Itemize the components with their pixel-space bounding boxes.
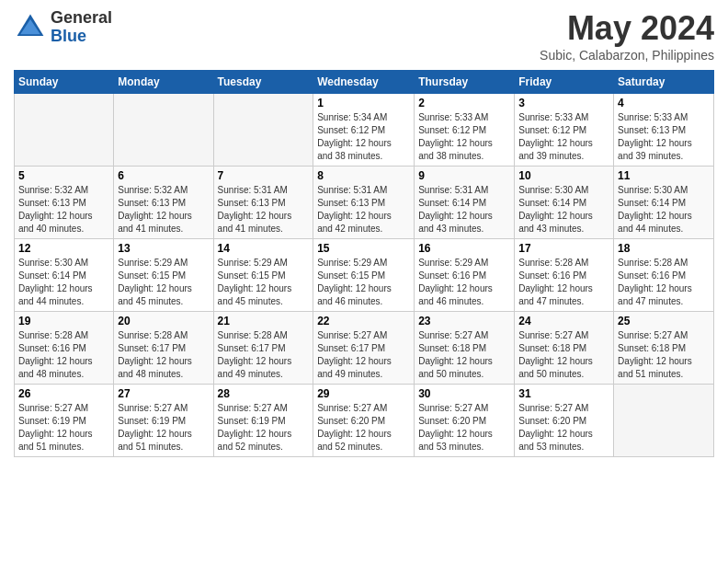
day-number: 14 xyxy=(218,242,310,255)
day-number: 8 xyxy=(317,169,410,182)
calendar-week-2: 5Sunrise: 5:32 AM Sunset: 6:13 PM Daylig… xyxy=(15,167,714,239)
calendar-cell: 7Sunrise: 5:31 AM Sunset: 6:13 PM Daylig… xyxy=(213,167,313,239)
day-info: Sunrise: 5:29 AM Sunset: 6:16 PM Dayligh… xyxy=(418,257,510,308)
day-number: 31 xyxy=(518,387,609,400)
calendar-cell: 14Sunrise: 5:29 AM Sunset: 6:15 PM Dayli… xyxy=(213,239,313,312)
day-info: Sunrise: 5:32 AM Sunset: 6:13 PM Dayligh… xyxy=(18,184,109,236)
day-info: Sunrise: 5:28 AM Sunset: 6:16 PM Dayligh… xyxy=(18,329,109,381)
day-number: 30 xyxy=(418,387,510,400)
day-number: 27 xyxy=(118,387,209,400)
day-number: 1 xyxy=(317,97,410,109)
day-number: 29 xyxy=(317,387,410,400)
day-number: 16 xyxy=(418,242,510,255)
day-number: 28 xyxy=(218,387,310,400)
calendar-week-4: 19Sunrise: 5:28 AM Sunset: 6:16 PM Dayli… xyxy=(15,312,714,385)
day-number: 15 xyxy=(317,242,410,255)
day-info: Sunrise: 5:30 AM Sunset: 6:14 PM Dayligh… xyxy=(618,184,710,236)
calendar-cell: 24Sunrise: 5:27 AM Sunset: 6:18 PM Dayli… xyxy=(515,312,614,385)
calendar-cell: 15Sunrise: 5:29 AM Sunset: 6:15 PM Dayli… xyxy=(313,239,415,312)
calendar-header-row: SundayMondayTuesdayWednesdayThursdayFrid… xyxy=(15,71,714,94)
calendar-table: SundayMondayTuesdayWednesdayThursdayFrid… xyxy=(14,70,714,457)
calendar-cell xyxy=(614,385,714,457)
calendar-cell: 30Sunrise: 5:27 AM Sunset: 6:20 PM Dayli… xyxy=(415,385,515,457)
weekday-header-tuesday: Tuesday xyxy=(213,71,313,94)
month-title: May 2024 xyxy=(540,9,714,48)
weekday-header-thursday: Thursday xyxy=(415,71,515,94)
day-number: 3 xyxy=(518,97,609,109)
weekday-header-saturday: Saturday xyxy=(614,71,714,94)
day-number: 6 xyxy=(118,169,209,182)
day-info: Sunrise: 5:27 AM Sunset: 6:19 PM Dayligh… xyxy=(218,402,310,454)
calendar-cell: 21Sunrise: 5:28 AM Sunset: 6:17 PM Dayli… xyxy=(213,312,313,385)
day-info: Sunrise: 5:32 AM Sunset: 6:13 PM Dayligh… xyxy=(118,184,209,236)
calendar-cell: 2Sunrise: 5:33 AM Sunset: 6:12 PM Daylig… xyxy=(415,94,515,167)
calendar-cell: 3Sunrise: 5:33 AM Sunset: 6:12 PM Daylig… xyxy=(515,94,614,167)
day-number: 25 xyxy=(618,315,710,327)
logo-icon xyxy=(14,11,47,44)
calendar-cell: 12Sunrise: 5:30 AM Sunset: 6:14 PM Dayli… xyxy=(15,239,114,312)
location-subtitle: Subic, Calabarzon, Philippines xyxy=(540,48,714,63)
day-number: 26 xyxy=(18,387,109,400)
weekday-header-monday: Monday xyxy=(114,71,213,94)
day-number: 19 xyxy=(18,315,109,327)
day-number: 4 xyxy=(618,97,710,109)
calendar-cell: 6Sunrise: 5:32 AM Sunset: 6:13 PM Daylig… xyxy=(114,167,213,239)
day-number: 7 xyxy=(218,169,310,182)
day-info: Sunrise: 5:27 AM Sunset: 6:20 PM Dayligh… xyxy=(518,402,609,454)
calendar-cell: 27Sunrise: 5:27 AM Sunset: 6:19 PM Dayli… xyxy=(114,385,213,457)
calendar-cell xyxy=(114,94,213,167)
day-number: 11 xyxy=(618,169,710,182)
day-info: Sunrise: 5:27 AM Sunset: 6:18 PM Dayligh… xyxy=(518,329,609,381)
day-number: 24 xyxy=(518,315,609,327)
day-info: Sunrise: 5:33 AM Sunset: 6:12 PM Dayligh… xyxy=(418,111,510,163)
day-info: Sunrise: 5:27 AM Sunset: 6:18 PM Dayligh… xyxy=(618,329,710,381)
weekday-header-sunday: Sunday xyxy=(15,71,114,94)
calendar-cell: 25Sunrise: 5:27 AM Sunset: 6:18 PM Dayli… xyxy=(614,312,714,385)
logo: General Blue xyxy=(14,9,112,46)
calendar-cell: 29Sunrise: 5:27 AM Sunset: 6:20 PM Dayli… xyxy=(313,385,415,457)
weekday-header-friday: Friday xyxy=(515,71,614,94)
day-info: Sunrise: 5:29 AM Sunset: 6:15 PM Dayligh… xyxy=(218,257,310,308)
logo-blue: Blue xyxy=(51,28,112,46)
day-number: 18 xyxy=(618,242,710,255)
weekday-header-wednesday: Wednesday xyxy=(313,71,415,94)
day-info: Sunrise: 5:28 AM Sunset: 6:17 PM Dayligh… xyxy=(118,329,209,381)
day-info: Sunrise: 5:29 AM Sunset: 6:15 PM Dayligh… xyxy=(317,257,410,308)
day-number: 5 xyxy=(18,169,109,182)
calendar-cell: 18Sunrise: 5:28 AM Sunset: 6:16 PM Dayli… xyxy=(614,239,714,312)
logo-text: General Blue xyxy=(51,9,112,46)
day-number: 10 xyxy=(518,169,609,182)
day-number: 13 xyxy=(118,242,209,255)
day-info: Sunrise: 5:28 AM Sunset: 6:16 PM Dayligh… xyxy=(618,257,710,308)
calendar-cell: 31Sunrise: 5:27 AM Sunset: 6:20 PM Dayli… xyxy=(515,385,614,457)
day-info: Sunrise: 5:33 AM Sunset: 6:13 PM Dayligh… xyxy=(618,111,710,163)
day-info: Sunrise: 5:27 AM Sunset: 6:19 PM Dayligh… xyxy=(18,402,109,454)
calendar-week-3: 12Sunrise: 5:30 AM Sunset: 6:14 PM Dayli… xyxy=(15,239,714,312)
day-info: Sunrise: 5:27 AM Sunset: 6:20 PM Dayligh… xyxy=(317,402,410,454)
day-number: 20 xyxy=(118,315,209,327)
day-number: 2 xyxy=(418,97,510,109)
day-number: 22 xyxy=(317,315,410,327)
calendar-cell: 10Sunrise: 5:30 AM Sunset: 6:14 PM Dayli… xyxy=(515,167,614,239)
calendar-cell: 11Sunrise: 5:30 AM Sunset: 6:14 PM Dayli… xyxy=(614,167,714,239)
calendar-cell: 17Sunrise: 5:28 AM Sunset: 6:16 PM Dayli… xyxy=(515,239,614,312)
day-info: Sunrise: 5:29 AM Sunset: 6:15 PM Dayligh… xyxy=(118,257,209,308)
day-info: Sunrise: 5:30 AM Sunset: 6:14 PM Dayligh… xyxy=(518,184,609,236)
day-info: Sunrise: 5:28 AM Sunset: 6:16 PM Dayligh… xyxy=(518,257,609,308)
calendar-cell xyxy=(15,94,114,167)
day-info: Sunrise: 5:27 AM Sunset: 6:17 PM Dayligh… xyxy=(317,329,410,381)
calendar-cell: 23Sunrise: 5:27 AM Sunset: 6:18 PM Dayli… xyxy=(415,312,515,385)
day-info: Sunrise: 5:27 AM Sunset: 6:20 PM Dayligh… xyxy=(418,402,510,454)
day-info: Sunrise: 5:31 AM Sunset: 6:13 PM Dayligh… xyxy=(317,184,410,236)
page-header: General Blue May 2024 Subic, Calabarzon,… xyxy=(14,9,714,63)
day-number: 12 xyxy=(18,242,109,255)
calendar-cell: 8Sunrise: 5:31 AM Sunset: 6:13 PM Daylig… xyxy=(313,167,415,239)
day-info: Sunrise: 5:28 AM Sunset: 6:17 PM Dayligh… xyxy=(218,329,310,381)
day-info: Sunrise: 5:31 AM Sunset: 6:14 PM Dayligh… xyxy=(418,184,510,236)
day-number: 17 xyxy=(518,242,609,255)
calendar-cell: 20Sunrise: 5:28 AM Sunset: 6:17 PM Dayli… xyxy=(114,312,213,385)
calendar-cell: 1Sunrise: 5:34 AM Sunset: 6:12 PM Daylig… xyxy=(313,94,415,167)
title-area: May 2024 Subic, Calabarzon, Philippines xyxy=(540,9,714,63)
day-number: 23 xyxy=(418,315,510,327)
logo-general: General xyxy=(51,9,112,28)
